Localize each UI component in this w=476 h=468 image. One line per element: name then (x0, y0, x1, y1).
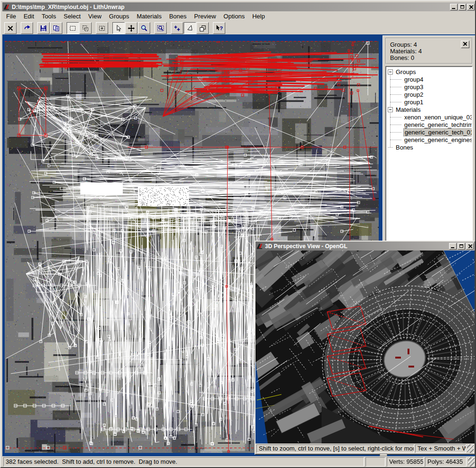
tree-item-label: Groups (395, 68, 417, 75)
viewer-render-mode[interactable]: Tex + Smooth + Wire (415, 444, 466, 453)
minimize-button[interactable] (450, 4, 458, 10)
viewer-minimize-button[interactable] (449, 243, 457, 250)
close-button[interactable] (467, 4, 475, 10)
select-expand-button[interactable] (96, 22, 108, 34)
status-polys: Polys: 46435 (425, 457, 467, 467)
materials-count: Materials: 4 (390, 48, 472, 55)
zoom-icon (140, 25, 148, 32)
pointer-icon (115, 25, 122, 32)
redo-icon (23, 25, 31, 32)
overlap-squares-button[interactable] (196, 22, 209, 34)
tree-connector-stub (390, 94, 401, 95)
lithunwrap-window: D:\tmps\tmp_XR\tmp\out.obj - LithUnwrap … (0, 0, 476, 468)
delete-icon (7, 25, 14, 32)
face-select-button[interactable] (184, 22, 196, 34)
save-icon (40, 25, 47, 32)
tree-item-label: group1 (403, 99, 424, 106)
tree-item-label: generic_generic_engines_01 (403, 136, 473, 143)
toolbar: ? (2, 21, 476, 34)
delete-button[interactable] (4, 22, 17, 34)
panel-close-button[interactable] (461, 41, 469, 48)
tree-item-label: generic_generic_tech_01 (403, 128, 473, 136)
viewer-title-bar[interactable]: 3D Perspective View - OpenGL (255, 242, 475, 251)
viewer-maximize-button[interactable] (458, 243, 465, 250)
tree-item-label: Materials (395, 106, 422, 113)
tree-connector-stub (390, 102, 401, 102)
bones-count: Bones: 0 (390, 55, 472, 61)
viewer-resize-grip[interactable] (467, 444, 474, 453)
perspective-view-window[interactable]: 3D Perspective View - OpenGL Shift to zo… (255, 241, 476, 455)
overlap-squares-icon (199, 25, 206, 32)
expander-minus-icon[interactable] (388, 69, 393, 75)
tree-item-label: xenon_xenon_unique_03 (403, 114, 473, 121)
tree-item-label: Bones (395, 144, 414, 151)
zoom-button[interactable] (138, 22, 150, 34)
viewer-close-button[interactable] (466, 243, 474, 250)
copy-icon (52, 25, 60, 32)
tree-item-group4[interactable]: group4 (386, 75, 472, 83)
tree-item-group3[interactable]: group3 (386, 83, 472, 91)
add-points-button[interactable] (171, 22, 183, 34)
context-help-icon: ? (215, 25, 223, 32)
status-message: 382 faces selected. Shift to add, ctrl t… (3, 457, 364, 467)
expander-minus-icon[interactable] (388, 107, 393, 112)
maximize-button[interactable] (459, 4, 466, 10)
tree-item-groups[interactable]: Groups (386, 68, 472, 75)
tree-connector-stub (390, 125, 401, 125)
viewer-3d-canvas[interactable] (255, 251, 475, 443)
tree-item-group2[interactable]: group2 (386, 91, 472, 98)
menu-item-file[interactable]: File (2, 12, 20, 21)
menu-item-view[interactable]: View (85, 12, 105, 21)
status-verts: Verts: 95855 (387, 457, 424, 467)
title-bar[interactable]: D:\tmps\tmp_XR\tmp\out.obj - LithUnwrap (2, 2, 476, 11)
face-select-icon (186, 25, 194, 32)
tree-item-materials[interactable]: Materials (386, 106, 472, 113)
menu-item-materials[interactable]: Materials (133, 12, 165, 21)
window-title: D:\tmps\tmp_XR\tmp\out.obj - LithUnwrap (12, 4, 449, 10)
tree-item-xenon_xenon_unique_03[interactable]: xenon_xenon_unique_03 (386, 113, 472, 121)
copy-button[interactable] (50, 22, 62, 34)
scene-summary-box: Groups: 4 Materials: 4 Bones: 0 (385, 38, 473, 64)
select-rectangle-button[interactable] (67, 22, 79, 34)
select-expand-icon (98, 25, 106, 32)
tree-item-label: group4 (403, 76, 424, 83)
tree-item-group1[interactable]: group1 (386, 98, 472, 106)
menu-bar: FileEditToolsSelectViewGroupsMaterialsBo… (2, 11, 476, 21)
tree-connector-stub (390, 132, 401, 133)
tree-item-label: group2 (403, 91, 424, 98)
tree-item-generic_generic_techtrims_01[interactable]: generic_generic_techtrims_01 (386, 121, 472, 128)
add-points-icon (173, 25, 181, 32)
menu-item-preview[interactable]: Preview (190, 12, 220, 21)
tree-item-generic_generic_engines_01[interactable]: generic_generic_engines_01 (386, 136, 472, 143)
tree-item-bones[interactable]: Bones (386, 143, 472, 151)
menu-item-tools[interactable]: Tools (38, 12, 60, 21)
context-help-button[interactable]: ? (213, 22, 225, 34)
groups-count: Groups: 4 (390, 42, 472, 48)
pan-button[interactable] (125, 22, 137, 34)
menu-item-edit[interactable]: Edit (20, 12, 38, 21)
pan-icon (128, 25, 135, 32)
svg-text:?: ? (220, 25, 223, 31)
viewer-title: 3D Perspective View - OpenGL (265, 243, 448, 250)
menu-item-bones[interactable]: Bones (165, 12, 190, 21)
redo-button[interactable] (21, 22, 33, 34)
menu-item-options[interactable]: Options (220, 12, 248, 21)
tree-item-generic_generic_tech_01[interactable]: generic_generic_tech_01 (386, 128, 472, 136)
status-bar: 382 faces selected. Shift to add, ctrl t… (2, 456, 476, 468)
menu-item-groups[interactable]: Groups (105, 12, 133, 21)
window-resize-grip[interactable] (468, 457, 475, 467)
tree-connector-stub (390, 140, 401, 140)
status-empty-pane (366, 457, 385, 467)
select-polygon-button[interactable] (79, 22, 92, 34)
menu-item-help[interactable]: Help (248, 12, 269, 21)
app-icon (3, 3, 10, 10)
tree-item-label: group3 (403, 84, 424, 91)
tree-connector-stub (390, 79, 401, 80)
pointer-button[interactable] (112, 22, 125, 34)
viewer-icon (256, 242, 264, 250)
menu-item-select[interactable]: Select (60, 12, 85, 21)
save-button[interactable] (37, 22, 50, 34)
zoom-region-button[interactable] (154, 22, 167, 34)
viewer-status-hint: Shift to zoom, ctrl to move, [s] to sele… (256, 444, 414, 453)
select-polygon-icon (82, 25, 89, 32)
